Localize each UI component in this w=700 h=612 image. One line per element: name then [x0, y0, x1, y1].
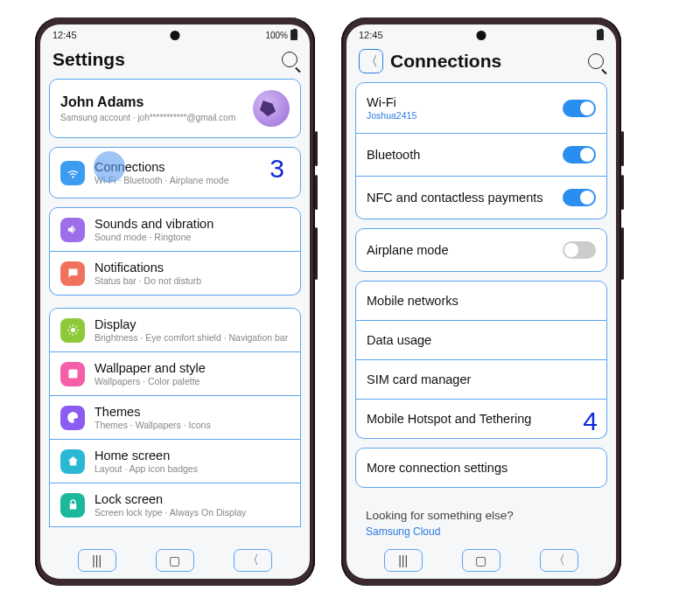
conn-hotspot[interactable]: 4 Mobile Hotspot and Tethering	[355, 400, 607, 439]
settings-item-connections[interactable]: 3 Connections Wi-Fi · Bluetooth · Airpla…	[49, 147, 301, 198]
row-title: Display	[94, 317, 290, 331]
settings-item-wallpaper[interactable]: Wallpaper and style Wallpapers · Color p…	[49, 352, 301, 396]
sound-icon	[60, 218, 85, 242]
search-icon[interactable]	[588, 53, 604, 69]
settings-item-lockscreen[interactable]: Lock screen Screen lock type · Always On…	[49, 483, 301, 527]
nav-bar: ||| ▢ 〈	[346, 544, 616, 579]
nav-back[interactable]: 〈	[234, 549, 272, 572]
airplane-toggle[interactable]	[563, 241, 596, 259]
themes-icon	[60, 406, 85, 430]
row-sub: Sound mode · Ringtone	[94, 232, 290, 242]
row-sub: Themes · Wallpapers · Icons	[94, 420, 290, 430]
volume-up-button[interactable]	[315, 131, 318, 166]
row-title: Mobile Hotspot and Tethering	[367, 412, 531, 426]
settings-list: John Adams Samsung account · joh********…	[40, 79, 310, 544]
settings-item-homescreen[interactable]: Home screen Layout · App icon badges	[49, 440, 301, 483]
row-title: SIM card manager	[367, 372, 471, 386]
row-title: Lock screen	[94, 492, 290, 506]
row-title: Sounds and vibration	[94, 217, 290, 231]
volume-down-button[interactable]	[315, 175, 318, 210]
row-sub: Layout · App icon badges	[94, 463, 290, 474]
conn-mobile-networks[interactable]: Mobile networks	[355, 281, 607, 321]
nav-recents[interactable]: |||	[384, 549, 423, 572]
power-button[interactable]	[621, 227, 624, 280]
nav-bar: ||| ▢ 〈	[40, 544, 310, 579]
svg-rect-1	[68, 370, 77, 379]
chevron-left-icon: 〈	[365, 53, 378, 70]
front-camera	[477, 31, 486, 40]
row-title: Mobile networks	[367, 294, 458, 308]
footer-hint: Looking for something else?	[355, 497, 607, 525]
account-name: John Adams	[60, 94, 243, 110]
row-title: Notifications	[94, 261, 290, 275]
status-time: 12:45	[52, 30, 77, 40]
row-title: Data usage	[367, 333, 431, 347]
step-number: 4	[583, 407, 598, 436]
row-sub: Status bar · Do not disturb	[94, 275, 290, 286]
bluetooth-toggle[interactable]	[563, 146, 596, 163]
row-sub: Wi-Fi · Bluetooth · Airplane mode	[94, 175, 290, 185]
connections-list: Wi-Fi Joshua2415 Bluetooth NFC and conta…	[346, 82, 616, 544]
settings-item-display[interactable]: Display Brightness · Eye comfort shield …	[49, 308, 301, 352]
account-card[interactable]: John Adams Samsung account · joh********…	[49, 79, 301, 138]
step-number: 3	[270, 154, 284, 184]
volume-up-button[interactable]	[621, 131, 624, 166]
row-title: Airplane mode	[367, 243, 449, 257]
lock-icon	[60, 493, 85, 518]
conn-more-settings[interactable]: More connection settings	[355, 448, 607, 488]
wifi-network: Joshua2415	[367, 110, 563, 121]
battery-icon	[290, 30, 298, 40]
row-title: NFC and contactless payments	[367, 191, 542, 205]
row-title: Wallpaper and style	[94, 361, 290, 375]
notification-icon	[60, 261, 85, 286]
conn-sim-manager[interactable]: SIM card manager	[355, 360, 607, 400]
row-sub: Wallpapers · Color palette	[94, 376, 290, 386]
display-icon	[60, 318, 85, 343]
volume-down-button[interactable]	[621, 175, 624, 210]
nav-home[interactable]: ▢	[156, 549, 194, 572]
back-button[interactable]: 〈	[359, 49, 383, 73]
page-title: Connections	[390, 51, 581, 72]
settings-item-notifications[interactable]: Notifications Status bar · Do not distur…	[49, 252, 301, 296]
row-sub: Brightness · Eye comfort shield · Naviga…	[94, 332, 290, 343]
home-icon	[60, 449, 85, 474]
conn-airplane[interactable]: Airplane mode	[355, 228, 607, 272]
account-sub: Samsung account · joh***********@gmail.c…	[60, 112, 243, 123]
connections-header: 〈 Connections	[346, 42, 616, 82]
wifi-icon	[60, 161, 85, 185]
nfc-toggle[interactable]	[563, 189, 596, 206]
svg-point-0	[71, 328, 75, 332]
battery-icon	[597, 30, 604, 40]
row-title: Home screen	[94, 449, 290, 462]
power-button[interactable]	[315, 227, 318, 280]
row-sub: Screen lock type · Always On Display	[94, 507, 290, 518]
search-icon[interactable]	[282, 52, 298, 67]
conn-data-usage[interactable]: Data usage	[355, 321, 607, 360]
status-battery-pct: 100%	[265, 31, 288, 40]
avatar	[253, 90, 290, 127]
settings-item-themes[interactable]: Themes Themes · Wallpapers · Icons	[49, 396, 301, 440]
phone-left: 12:45 100% Settings John Adams Samsung a…	[35, 17, 315, 586]
nav-recents[interactable]: |||	[78, 549, 116, 572]
phone-right: 12:45 〈 Connections Wi-Fi Joshua2415	[341, 17, 621, 586]
row-title: Wi-Fi	[367, 95, 563, 109]
conn-wifi[interactable]: Wi-Fi Joshua2415	[355, 82, 607, 134]
status-time: 12:45	[359, 30, 383, 40]
footer-link-samsung-cloud[interactable]: Samsung Cloud	[355, 525, 607, 538]
row-title: More connection settings	[367, 461, 508, 475]
conn-bluetooth[interactable]: Bluetooth	[355, 134, 607, 177]
conn-nfc[interactable]: NFC and contactless payments	[355, 177, 607, 219]
nav-home[interactable]: ▢	[462, 549, 500, 572]
settings-item-sounds[interactable]: Sounds and vibration Sound mode · Ringto…	[49, 207, 301, 252]
row-title: Bluetooth	[367, 148, 420, 162]
row-title: Themes	[94, 405, 290, 419]
touch-indicator	[94, 151, 125, 183]
wallpaper-icon	[60, 362, 85, 386]
page-title: Settings	[52, 49, 275, 70]
wifi-toggle[interactable]	[563, 100, 596, 117]
front-camera	[171, 31, 180, 40]
settings-header: Settings	[40, 42, 310, 79]
nav-back[interactable]: 〈	[540, 549, 578, 572]
